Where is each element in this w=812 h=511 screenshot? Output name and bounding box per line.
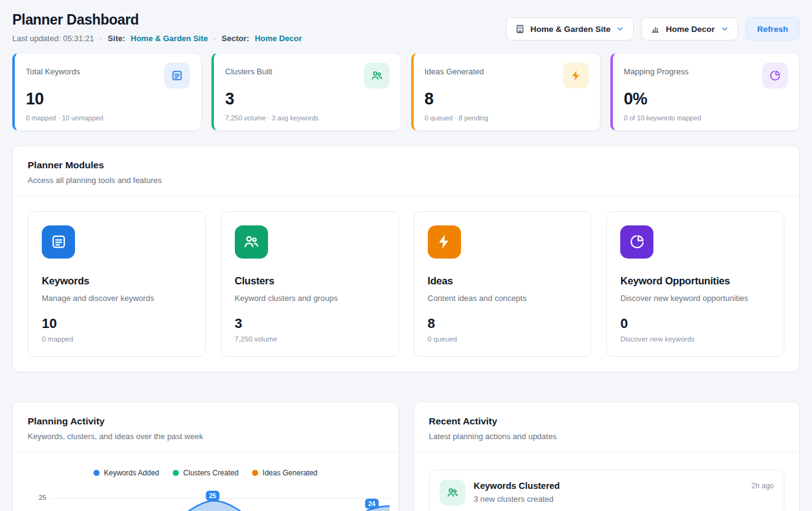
- module-caption: 0 mapped: [42, 335, 192, 343]
- document-icon: [42, 225, 75, 259]
- recent-activity-panel: Recent Activity Latest planning actions …: [414, 402, 800, 511]
- planning-activity-chart: 25 25 24: [13, 488, 398, 511]
- pie-icon: [620, 225, 653, 259]
- stat-caption: 0 queued · 8 pending: [425, 114, 589, 122]
- module-description: Discover new keyword opportunities: [620, 294, 770, 303]
- bottom-row: Planning Activity Keywords, clusters, an…: [12, 387, 800, 511]
- planning-activity-panel: Planning Activity Keywords, clusters, an…: [12, 402, 399, 511]
- modules-title: Planner Modules: [28, 160, 784, 171]
- stat-value: 10: [26, 90, 190, 109]
- stat-value: 0%: [624, 90, 788, 109]
- module-title: Clusters: [235, 275, 385, 287]
- legend-label: Ideas Generated: [262, 469, 317, 477]
- sector-link[interactable]: Home Decor: [254, 34, 302, 43]
- stat-caption: 0 mapped · 10 unmapped: [26, 114, 190, 122]
- module-card-keywords[interactable]: Keywords Manage and discover keywords 10…: [28, 211, 206, 357]
- chevron-down-icon: [720, 25, 729, 33]
- recent-activity-list: Keywords Clustered 3 new clusters create…: [414, 453, 800, 511]
- module-value: 8: [428, 316, 578, 332]
- module-title: Ideas: [428, 275, 578, 287]
- activity-item: Keywords Clustered 3 new clusters create…: [429, 470, 785, 511]
- stat-card-clusters-built: Clusters Built 3 7,250 volume · 3 avg ke…: [211, 53, 401, 131]
- bar-chart-icon: [650, 24, 660, 34]
- module-card-ideas[interactable]: Ideas Content ideas and concepts 8 0 que…: [414, 211, 592, 357]
- last-updated-text: Last updated: 05:31:21: [12, 34, 94, 43]
- meta-separator: ·: [100, 34, 102, 43]
- bolt-icon: [563, 63, 589, 88]
- legend-label: Clusters Created: [183, 469, 238, 477]
- site-label: Site:: [108, 34, 125, 43]
- legend-item-keywords-added[interactable]: Keywords Added: [93, 469, 159, 477]
- module-description: Content ideas and concepts: [428, 294, 578, 303]
- module-description: Manage and discover keywords: [42, 294, 192, 303]
- modules-panel-head: Planner Modules Access all planning tool…: [13, 146, 799, 196]
- users-icon: [235, 225, 268, 259]
- sector-selector[interactable]: Home Decor: [641, 17, 738, 41]
- recent-activity-title: Recent Activity: [429, 416, 785, 427]
- stat-value: 8: [425, 90, 589, 109]
- building-icon: [515, 24, 525, 34]
- data-point-label: 25: [206, 491, 219, 501]
- sector-label: Sector:: [222, 34, 250, 43]
- legend-item-clusters-created[interactable]: Clusters Created: [173, 469, 238, 477]
- planner-dashboard-page: Planner Dashboard Last updated: 05:31:21…: [0, 0, 812, 511]
- module-value: 3: [235, 316, 385, 332]
- data-point-label: 24: [365, 499, 379, 509]
- stat-label: Clusters Built: [225, 63, 272, 76]
- module-title: Keywords: [42, 275, 192, 287]
- activity-description: 3 new clusters created: [474, 494, 743, 504]
- topbar-actions: Home & Garden Site Home Decor Refresh: [506, 11, 800, 41]
- refresh-button[interactable]: Refresh: [746, 17, 800, 41]
- planning-activity-subtitle: Keywords, clusters, and ideas over the p…: [28, 432, 384, 441]
- page-title: Planner Dashboard: [12, 11, 302, 29]
- stats-row: Total Keywords 10 0 mapped · 10 unmapped…: [12, 53, 800, 131]
- module-caption: 0 queued: [428, 335, 578, 343]
- module-value: 0: [620, 316, 770, 332]
- stat-caption: 7,250 volume · 3 avg keywords: [225, 114, 389, 122]
- site-selector-label: Home & Garden Site: [530, 25, 611, 34]
- stat-card-mapping-progress: Mapping Progress 0% 0 of 10 keywords map…: [610, 53, 800, 131]
- stat-caption: 0 of 10 keywords mapped: [624, 114, 788, 122]
- chart-legend: Keywords Added Clusters Created Ideas Ge…: [13, 453, 398, 480]
- module-title: Keyword Opportunities: [620, 275, 770, 287]
- pie-icon: [762, 63, 788, 88]
- recent-activity-head: Recent Activity Latest planning actions …: [414, 402, 800, 452]
- topbar: Planner Dashboard Last updated: 05:31:21…: [12, 11, 800, 43]
- stat-label: Ideas Generated: [425, 63, 484, 76]
- planning-activity-head: Planning Activity Keywords, clusters, an…: [13, 402, 398, 452]
- stat-label: Mapping Progress: [624, 63, 689, 76]
- module-caption: 7,250 volume: [235, 335, 385, 343]
- legend-label: Keywords Added: [104, 469, 159, 477]
- module-description: Keyword clusters and groups: [235, 294, 385, 303]
- meta-line: Last updated: 05:31:21 · Site: Home & Ga…: [12, 34, 302, 43]
- stat-value: 3: [225, 90, 389, 109]
- modules-subtitle: Access all planning tools and features: [28, 176, 784, 185]
- module-card-clusters[interactable]: Clusters Keyword clusters and groups 3 7…: [221, 211, 399, 357]
- stat-label: Total Keywords: [26, 63, 80, 76]
- area-series-keywords-added: [51, 498, 390, 511]
- activity-timestamp: 2h ago: [751, 480, 774, 490]
- bolt-icon: [428, 225, 461, 259]
- users-icon: [364, 63, 390, 88]
- sector-selector-label: Home Decor: [666, 25, 715, 34]
- stat-card-total-keywords: Total Keywords 10 0 mapped · 10 unmapped: [12, 53, 202, 131]
- module-caption: Discover new keywords: [620, 335, 770, 343]
- module-card-keyword-opportunities[interactable]: Keyword Opportunities Discover new keywo…: [606, 211, 784, 357]
- recent-activity-subtitle: Latest planning actions and updates: [429, 432, 785, 441]
- stat-card-ideas-generated: Ideas Generated 8 0 queued · 8 pending: [411, 53, 601, 131]
- legend-dot-orange: [252, 470, 258, 476]
- legend-item-ideas-generated[interactable]: Ideas Generated: [252, 469, 317, 477]
- site-link[interactable]: Home & Garden Site: [131, 34, 208, 43]
- users-icon: [440, 480, 465, 505]
- planner-modules-panel: Planner Modules Access all planning tool…: [12, 146, 800, 372]
- activity-title: Keywords Clustered: [474, 481, 743, 491]
- topbar-left: Planner Dashboard Last updated: 05:31:21…: [12, 11, 302, 43]
- site-selector[interactable]: Home & Garden Site: [506, 17, 634, 41]
- planning-activity-title: Planning Activity: [28, 416, 384, 427]
- chevron-down-icon: [616, 25, 625, 33]
- meta-separator: ·: [213, 34, 216, 43]
- modules-grid: Keywords Manage and discover keywords 10…: [13, 197, 799, 372]
- legend-dot-green: [173, 470, 179, 476]
- y-axis-tick: 25: [39, 494, 46, 501]
- module-value: 10: [42, 316, 192, 332]
